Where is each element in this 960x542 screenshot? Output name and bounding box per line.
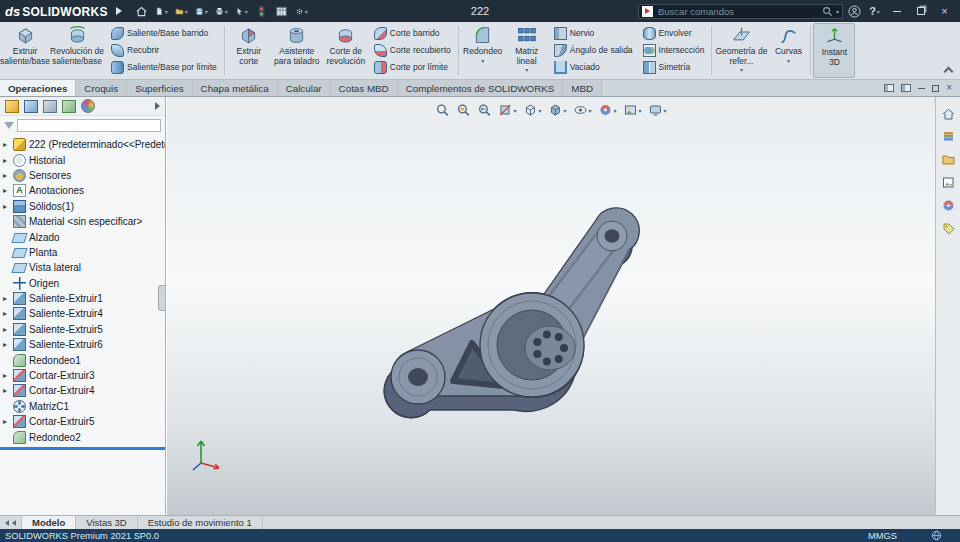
- propertymanager-icon[interactable]: [24, 100, 38, 113]
- mirror-button[interactable]: Simetría: [641, 59, 707, 75]
- tab-mbd[interactable]: MBD: [563, 80, 602, 96]
- close-button[interactable]: ×: [934, 3, 955, 19]
- user-account-button[interactable]: [846, 2, 863, 20]
- zoom-area-button[interactable]: [454, 102, 472, 118]
- intersect-button[interactable]: Intersección: [641, 42, 707, 58]
- search-input[interactable]: [656, 5, 819, 18]
- loft-boss-button[interactable]: Recubrir: [109, 42, 219, 58]
- new-file-button[interactable]: ▾: [153, 2, 170, 20]
- boundary-cut-button[interactable]: Corte por límite: [372, 59, 453, 75]
- part-model[interactable]: [167, 97, 935, 515]
- evaluate-button[interactable]: [273, 2, 290, 20]
- resources-home-button[interactable]: [940, 105, 957, 121]
- tree-filter-input[interactable]: [17, 119, 161, 132]
- tree-item-alzado[interactable]: Alzado: [0, 229, 165, 244]
- configurationmanager-icon[interactable]: [43, 100, 57, 113]
- doc-close-icon[interactable]: ×: [946, 83, 952, 93]
- tree-item-cortar-extruir5[interactable]: Cortar-Extruir5: [0, 414, 165, 429]
- options-button[interactable]: ▾: [293, 2, 310, 20]
- doc-minimize-icon[interactable]: [918, 88, 925, 89]
- tree-item-saliente-extruir6[interactable]: Saliente-Extruir6: [0, 337, 165, 352]
- displaymanager-icon[interactable]: [81, 99, 95, 113]
- extrude-cut-button[interactable]: Extruir corte: [227, 23, 271, 78]
- rollback-bar[interactable]: [0, 447, 165, 450]
- revolve-cut-button[interactable]: Corte de revolución: [323, 23, 369, 78]
- tree-item-redondeo1[interactable]: Redondeo1: [0, 352, 165, 367]
- tab-chapa-metalica[interactable]: Chapa metálica: [193, 80, 278, 96]
- curves-button[interactable]: Curvas: [768, 23, 808, 78]
- select-button[interactable]: ▾: [233, 2, 250, 20]
- fillet-button[interactable]: Redondeo: [461, 23, 505, 78]
- previous-view-button[interactable]: [475, 102, 493, 118]
- filter-funnel-icon[interactable]: [4, 122, 14, 129]
- tree-item-saliente-extruir4[interactable]: Saliente-Extruir4: [0, 306, 165, 321]
- tree-item-planta[interactable]: Planta: [0, 245, 165, 260]
- zoom-fit-button[interactable]: [433, 102, 451, 118]
- tree-item-material[interactable]: Material <sin especificar>: [0, 214, 165, 229]
- tree-item-sensores[interactable]: Sensores: [0, 168, 165, 183]
- panel-splitter-handle[interactable]: [158, 285, 165, 311]
- tab-scroll-left-icon[interactable]: [5, 520, 9, 526]
- tree-item-cortar-extruir4[interactable]: Cortar-Extruir4: [0, 383, 165, 398]
- rib-button[interactable]: Nervio: [552, 25, 635, 41]
- design-library-button[interactable]: [940, 128, 957, 144]
- swept-boss-button[interactable]: Saliente/Base barrido: [109, 25, 219, 41]
- tab-complementos[interactable]: Complementos de SOLIDWORKS: [398, 80, 564, 96]
- tree-item-anotaciones[interactable]: Anotaciones: [0, 183, 165, 198]
- tree-item-redondeo2[interactable]: Redondeo2: [0, 429, 165, 444]
- revolve-boss-button[interactable]: Revolución de saliente/base: [48, 23, 106, 78]
- rebuild-button[interactable]: [253, 2, 270, 20]
- loft-cut-button[interactable]: Corte recubierto: [372, 42, 453, 58]
- tab-calcular[interactable]: Calcular: [278, 80, 331, 96]
- restore-button[interactable]: [910, 3, 931, 19]
- tab-modelo[interactable]: Modelo: [22, 516, 76, 529]
- pane-toggle-left-icon[interactable]: [884, 84, 894, 92]
- tree-item-saliente-extruir1[interactable]: Saliente-Extruir1: [0, 291, 165, 306]
- tree-item-cortar-extruir3[interactable]: Cortar-Extruir3: [0, 368, 165, 383]
- tree-item-origen[interactable]: Origen: [0, 276, 165, 291]
- file-explorer-button[interactable]: [940, 151, 957, 167]
- tab-croquis[interactable]: Croquis: [76, 80, 127, 96]
- tab-superficies[interactable]: Superficies: [127, 80, 192, 96]
- print-button[interactable]: ▾: [213, 2, 230, 20]
- tree-item-vista-lateral[interactable]: Vista lateral: [0, 260, 165, 275]
- swept-cut-button[interactable]: Corte barrido: [372, 25, 453, 41]
- open-file-button[interactable]: ▾: [173, 2, 190, 20]
- hole-wizard-button[interactable]: Asistente para taladro: [271, 23, 323, 78]
- tree-item-historial[interactable]: Historial: [0, 152, 165, 167]
- view-palette-button[interactable]: [940, 174, 957, 190]
- graphics-viewport[interactable]: ▾ ▾ ▾ ▾ ▾ ▾ ▾: [167, 97, 935, 515]
- edit-appearance-button[interactable]: ▾: [597, 102, 619, 118]
- save-button[interactable]: ▾: [193, 2, 210, 20]
- tree-item-solidos[interactable]: Sólidos(1): [0, 199, 165, 214]
- view-settings-button[interactable]: ▾: [647, 102, 669, 118]
- featuremanager-tree-icon[interactable]: [5, 100, 19, 113]
- instant-3d-button[interactable]: Instant 3D: [813, 23, 855, 78]
- tree-item-saliente-extruir5[interactable]: Saliente-Extruir5: [0, 322, 165, 337]
- help-button[interactable]: ? ▾: [866, 2, 883, 20]
- units-label[interactable]: MMGS: [868, 531, 897, 541]
- tree-item-part[interactable]: 222 (Predeterminado<<Predetermina: [0, 137, 165, 152]
- wrap-button[interactable]: Envolver: [641, 25, 707, 41]
- hide-show-items-button[interactable]: ▾: [571, 102, 593, 118]
- boundary-boss-button[interactable]: Saliente/Base por límite: [109, 59, 219, 75]
- tab-scroll-left-end-icon[interactable]: [12, 520, 16, 526]
- tree-item-matrizc1[interactable]: MatrizC1: [0, 399, 165, 414]
- tab-cotas-mbd[interactable]: Cotas MBD: [331, 80, 398, 96]
- pane-toggle-right-icon[interactable]: [901, 84, 911, 92]
- custom-properties-button[interactable]: [940, 220, 957, 236]
- display-style-button[interactable]: ▾: [546, 102, 568, 118]
- extrude-boss-button[interactable]: Extruir saliente/base: [2, 23, 48, 78]
- reference-geometry-button[interactable]: Geometría de refer...: [714, 23, 768, 78]
- scene-button[interactable]: ▾: [622, 102, 644, 118]
- command-search[interactable]: ▾: [638, 4, 843, 19]
- tab-vistas-3d[interactable]: Vistas 3D: [76, 516, 137, 529]
- appearances-button[interactable]: [940, 197, 957, 213]
- home-button[interactable]: [133, 2, 150, 20]
- tab-operaciones[interactable]: Operaciones: [0, 80, 76, 96]
- tab-estudio-movimiento[interactable]: Estudio de movimiento 1: [138, 516, 263, 529]
- view-orientation-button[interactable]: ▾: [521, 102, 543, 118]
- draft-button[interactable]: Ángulo de salida: [552, 42, 635, 58]
- collapse-ribbon-icon[interactable]: [944, 67, 954, 77]
- section-view-button[interactable]: ▾: [496, 102, 518, 118]
